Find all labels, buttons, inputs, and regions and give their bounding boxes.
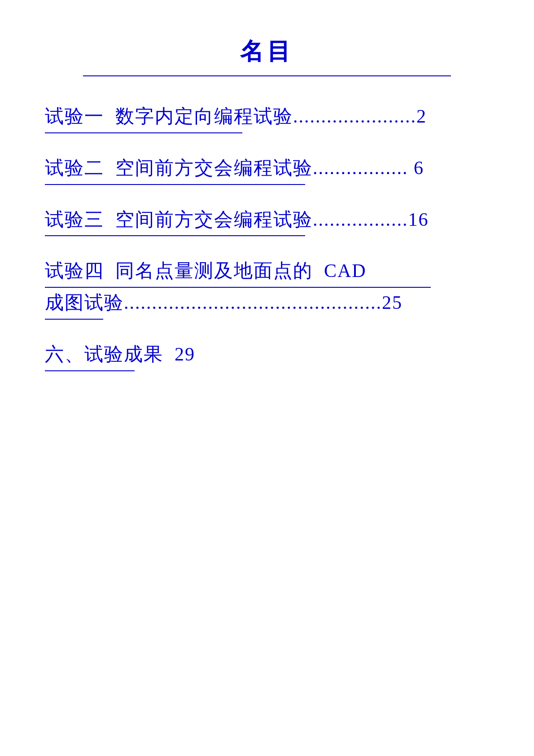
page-container: 名目 试验一 数字内定向编程试验......................2 … [45,27,489,371]
toc-link-4[interactable]: 试验四 同名点量测及地面点的 CAD [45,258,489,284]
toc-item-5: 六、试验成果 29 [45,341,489,371]
toc-link-5[interactable]: 六、试验成果 29 [45,341,489,368]
toc-underline-5 [45,370,135,371]
toc-underline-1 [45,132,242,133]
toc-underline-3 [45,235,305,236]
toc-item-1: 试验一 数字内定向编程试验......................2 [45,103,489,133]
toc-item-2: 试验二 空间前方交会编程试验................. 6 [45,155,489,185]
toc-item-3: 试验三 空间前方交会编程试验.................16 [45,207,489,237]
toc-underline-4-bottom [45,319,103,320]
toc-item-4: 试验四 同名点量测及地面点的 CAD 成图试验.................… [45,258,489,320]
toc-link-2[interactable]: 试验二 空间前方交会编程试验................. 6 [45,155,489,181]
toc-link-1[interactable]: 试验一 数字内定向编程试验......................2 [45,103,489,130]
title-divider [83,75,451,76]
toc-link-3[interactable]: 试验三 空间前方交会编程试验.................16 [45,207,489,233]
toc-underline-2 [45,184,305,185]
toc-link-4b[interactable]: 成图试验....................................… [45,290,489,316]
toc-underline-4-top [45,287,431,288]
page-title: 名目 [45,36,489,67]
